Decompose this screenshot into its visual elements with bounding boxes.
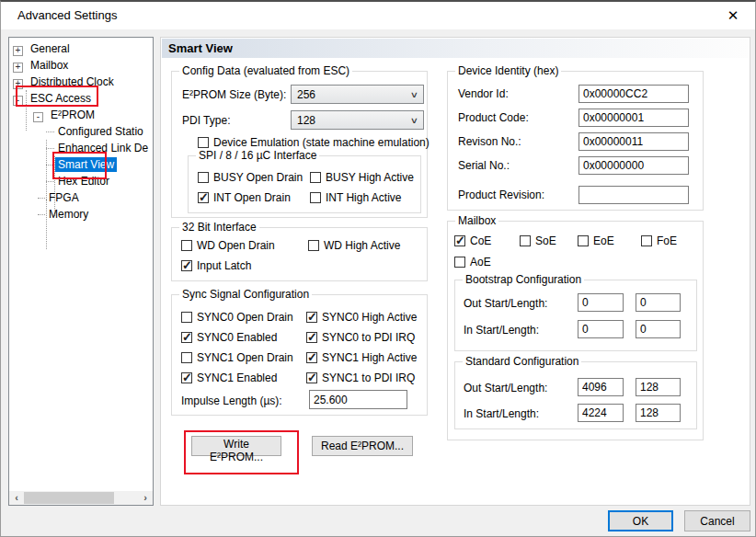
checkbox-coe[interactable]: CoE xyxy=(454,234,491,247)
bootstrap-out-start-input[interactable] xyxy=(578,293,624,312)
standard-in-length-input[interactable] xyxy=(636,404,681,422)
write-eeprom-button[interactable]: Write E²PROM... xyxy=(191,436,281,456)
tree-item-memory[interactable]: Memory xyxy=(9,206,153,223)
checkbox-wd-open-drain[interactable]: WD Open Drain xyxy=(181,239,275,252)
tree-item-label[interactable]: Mailbox xyxy=(28,58,71,73)
checkbox-eoe[interactable]: EoE xyxy=(578,234,614,247)
tree-item-label[interactable]: Distributed Clock xyxy=(28,74,117,89)
checkbox-sync1-to-pdi-irq[interactable]: SYNC1 to PDI IRQ xyxy=(306,371,415,384)
checkbox-box[interactable] xyxy=(181,240,192,251)
scrollbar-thumb[interactable] xyxy=(24,492,114,504)
checkbox-sync1-enabled[interactable]: SYNC1 Enabled xyxy=(181,371,277,384)
scroll-left-icon[interactable]: ‹ xyxy=(9,491,24,505)
checkbox-box[interactable] xyxy=(306,372,317,383)
tree-item-fpga[interactable]: FPGA xyxy=(9,189,153,206)
tree-item-esc-access[interactable]: -ESC Access xyxy=(9,90,153,107)
bootstrap-in-length-input[interactable] xyxy=(636,320,681,338)
ok-button[interactable]: OK xyxy=(608,510,673,531)
checkbox-box[interactable] xyxy=(181,260,192,271)
tree-item-label[interactable]: Configured Statio xyxy=(55,124,146,139)
tree-item-label[interactable]: Hex Editor xyxy=(55,174,112,189)
read-eeprom-button[interactable]: Read E²PROM... xyxy=(312,436,413,456)
tree-item-distributed-clock[interactable]: +Distributed Clock xyxy=(9,74,153,90)
checkbox-sync0-to-pdi-irq[interactable]: SYNC0 to PDI IRQ xyxy=(306,331,415,344)
tree-item-enhanced-link-detection[interactable]: Enhanced Link De xyxy=(9,140,153,156)
tree-item-label[interactable]: Memory xyxy=(46,207,91,222)
checkbox-box[interactable] xyxy=(198,192,209,203)
checkbox-sync0-enabled[interactable]: SYNC0 Enabled xyxy=(181,331,277,344)
checkbox-wd-high-active[interactable]: WD High Active xyxy=(308,239,400,252)
checkbox-int-open-drain[interactable]: INT Open Drain xyxy=(198,191,291,204)
checkbox-foe[interactable]: FoE xyxy=(641,234,677,247)
checkbox-soe[interactable]: SoE xyxy=(520,234,556,247)
eeprom-size-select[interactable]: 256 ∨ xyxy=(291,85,424,104)
tree-item-smart-view[interactable]: Smart View xyxy=(9,156,153,173)
close-icon[interactable]: ✕ xyxy=(724,6,742,25)
checkbox-box[interactable] xyxy=(641,235,652,246)
checkbox-box[interactable] xyxy=(181,332,192,343)
tree-item-label[interactable]: E²PROM xyxy=(48,108,97,122)
expand-icon[interactable]: + xyxy=(13,79,23,89)
tree-item-general[interactable]: +General xyxy=(9,40,153,57)
checkbox-box[interactable] xyxy=(520,235,531,246)
checkbox-box[interactable] xyxy=(306,312,317,323)
checkbox-input-latch[interactable]: Input Latch xyxy=(181,259,251,272)
cancel-button[interactable]: Cancel xyxy=(684,510,750,531)
expand-icon[interactable]: - xyxy=(33,112,43,122)
checkbox-box[interactable] xyxy=(310,172,321,183)
vendor-id-input[interactable] xyxy=(578,85,689,103)
expand-icon[interactable]: + xyxy=(13,63,23,73)
group-title: Device Identity (hex) xyxy=(455,64,561,77)
serial-no-input[interactable] xyxy=(578,156,689,175)
bootstrap-in-start-input[interactable] xyxy=(578,320,624,338)
expand-icon[interactable]: - xyxy=(13,96,23,106)
checkbox-int-high-active[interactable]: INT High Active xyxy=(310,191,401,204)
bootstrap-out-length-input[interactable] xyxy=(636,293,681,312)
tree-item-eeprom[interactable]: -E²PROM xyxy=(9,107,153,123)
tree-item-hex-editor[interactable]: Hex Editor xyxy=(9,173,153,189)
checkbox-sync1-high-active[interactable]: SYNC1 High Active xyxy=(306,351,417,364)
checkbox-box[interactable] xyxy=(308,240,319,251)
tree-item-configured-station[interactable]: Configured Statio xyxy=(9,123,153,140)
tree-item-label[interactable]: FPGA xyxy=(46,190,82,205)
pdi-type-select[interactable]: 128 ∨ xyxy=(291,110,424,130)
checkbox-box[interactable] xyxy=(454,235,465,246)
tree-item-label[interactable]: Smart View xyxy=(55,157,117,172)
standard-out-length-input[interactable] xyxy=(636,378,681,396)
checkbox-box[interactable] xyxy=(454,257,465,268)
checkbox-box[interactable] xyxy=(181,312,192,323)
bootstrap-out-label: Out Start/Length: xyxy=(464,297,547,310)
checkbox-box[interactable] xyxy=(306,352,317,363)
checkbox-sync0-high-active[interactable]: SYNC0 High Active xyxy=(306,311,417,324)
tree-horizontal-scrollbar[interactable]: ‹ › xyxy=(9,491,153,505)
checkbox-busy-open-drain[interactable]: BUSY Open Drain xyxy=(198,171,303,184)
checkbox-sync0-open-drain[interactable]: SYNC0 Open Drain xyxy=(181,311,293,324)
checkbox-device-emulation[interactable]: Device Emulation (state machine emulatio… xyxy=(198,136,430,149)
tree-item-label[interactable]: General xyxy=(28,41,73,56)
tree-item-label[interactable]: Enhanced Link De xyxy=(55,141,151,155)
checkbox-box[interactable] xyxy=(198,137,209,148)
checkbox-box[interactable] xyxy=(310,192,321,203)
standard-out-start-input[interactable] xyxy=(578,378,624,396)
checkbox-box[interactable] xyxy=(181,372,192,383)
checkbox-busy-high-active[interactable]: BUSY High Active xyxy=(310,171,414,184)
checkbox-box[interactable] xyxy=(578,235,589,246)
tree-item-mailbox[interactable]: +Mailbox xyxy=(9,57,153,74)
group-title: Standard Configuration xyxy=(463,355,581,368)
product-code-input[interactable] xyxy=(578,109,689,127)
impulse-length-input[interactable] xyxy=(309,390,407,409)
scroll-right-icon[interactable]: › xyxy=(138,491,153,505)
tree-item-label[interactable]: ESC Access xyxy=(28,91,94,106)
checkbox-box[interactable] xyxy=(306,332,317,343)
checkbox-box[interactable] xyxy=(181,352,192,363)
revision-no-input[interactable] xyxy=(578,132,689,151)
expand-icon[interactable]: + xyxy=(13,46,23,56)
checkbox-aoe[interactable]: AoE xyxy=(454,256,491,268)
checkbox-sync1-open-drain[interactable]: SYNC1 Open Drain xyxy=(181,351,293,364)
checkbox-box[interactable] xyxy=(198,172,209,183)
checkbox-label: INT Open Drain xyxy=(213,191,291,204)
revision-no-label: Revison No.: xyxy=(458,135,521,148)
product-revision-input[interactable] xyxy=(578,186,689,204)
checkbox-label: CoE xyxy=(470,234,491,247)
standard-in-start-input[interactable] xyxy=(578,404,624,422)
